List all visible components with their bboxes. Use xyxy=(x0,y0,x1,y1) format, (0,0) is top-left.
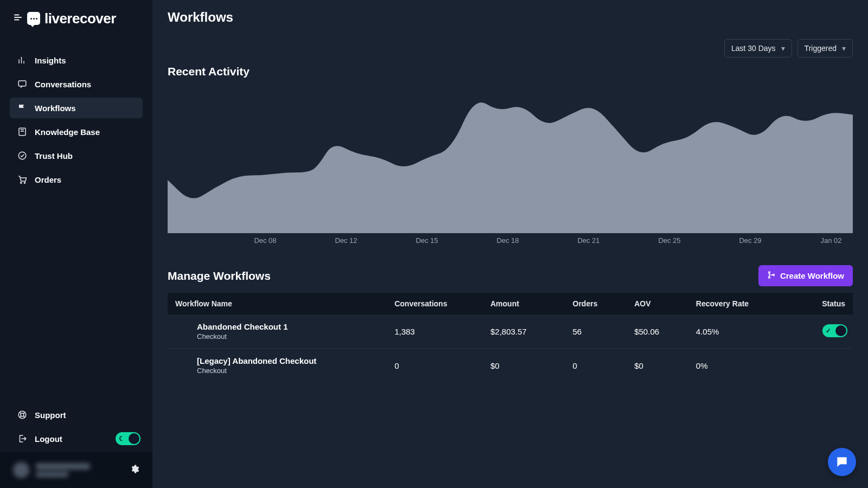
gear-icon[interactable] xyxy=(130,464,139,476)
chart-x-tick: Dec 08 xyxy=(244,236,287,245)
sidebar-item-label: Insights xyxy=(35,56,66,65)
sidebar-item-label: Workflows xyxy=(35,104,76,113)
cell-status xyxy=(791,349,853,383)
hamburger-icon[interactable] xyxy=(13,12,23,24)
svg-point-19 xyxy=(768,272,770,273)
sidebar-item-orders[interactable]: Orders xyxy=(10,169,143,190)
svg-line-15 xyxy=(20,412,21,414)
logout-icon xyxy=(17,434,27,444)
logo-icon xyxy=(27,12,40,25)
table-header-name[interactable]: Workflow Name xyxy=(168,293,387,314)
brand-name: liverecover xyxy=(44,10,116,27)
table-header-aov[interactable]: AOV xyxy=(627,293,688,314)
sidebar-item-label: Conversations xyxy=(35,80,91,89)
sidebar-item-logout[interactable]: Logout xyxy=(10,428,70,449)
workflows-table: Workflow Name Conversations Amount Order… xyxy=(168,293,853,382)
sidebar-item-workflows[interactable]: Workflows xyxy=(10,98,143,118)
check-circle-icon xyxy=(17,151,27,160)
svg-point-12 xyxy=(24,182,25,183)
table-header-status[interactable]: Status xyxy=(791,293,853,314)
svg-point-20 xyxy=(768,277,770,278)
svg-point-21 xyxy=(773,274,774,276)
workflow-title: Abandoned Checkout 1 xyxy=(197,322,379,331)
create-workflow-button[interactable]: Create Workflow xyxy=(758,265,853,286)
table-header-orders[interactable]: Orders xyxy=(565,293,627,314)
workflow-subtitle: Checkout xyxy=(197,332,379,341)
table-row[interactable]: Abandoned Checkout 1Checkout1,383$2,803.… xyxy=(168,314,853,349)
sidebar-item-label: Trust Hub xyxy=(35,151,73,160)
table-header-recovery[interactable]: Recovery Rate xyxy=(688,293,791,314)
cell-conversations: 0 xyxy=(387,349,483,383)
cell-recovery: 0% xyxy=(688,349,791,383)
cell-recovery: 4.05% xyxy=(688,314,791,349)
table-header-conversations[interactable]: Conversations xyxy=(387,293,483,314)
svg-point-10 xyxy=(18,152,26,159)
chart-x-axis: Dec 08Dec 12Dec 15Dec 18Dec 21Dec 25Dec … xyxy=(168,236,853,245)
workflow-subtitle: Checkout xyxy=(197,367,379,375)
sidebar-item-insights[interactable]: Insights xyxy=(10,50,143,70)
recent-activity-title: Recent Activity xyxy=(168,65,853,78)
svg-point-14 xyxy=(21,413,24,416)
svg-line-16 xyxy=(23,416,25,418)
lifebuoy-icon xyxy=(17,410,27,420)
create-workflow-label: Create Workflow xyxy=(780,271,844,280)
main: Workflows Last 30 Days ▾ Triggered ▾ Rec… xyxy=(152,0,868,488)
cell-status: ✓ xyxy=(791,314,853,349)
cell-amount: $0 xyxy=(483,349,565,383)
manage-header: Manage Workflows Create Workflow xyxy=(168,265,853,286)
activity-chart: Dec 08Dec 12Dec 15Dec 18Dec 21Dec 25Dec … xyxy=(168,81,853,252)
cell-conversations: 1,383 xyxy=(387,314,483,349)
chevron-down-icon: ▾ xyxy=(842,44,846,53)
metric-label: Triggered xyxy=(805,44,837,53)
svg-rect-6 xyxy=(18,81,26,86)
sidebar-item-label: Support xyxy=(35,410,66,420)
book-icon xyxy=(17,127,27,137)
metric-dropdown[interactable]: Triggered ▾ xyxy=(797,39,853,57)
cell-orders: 56 xyxy=(565,314,627,349)
chart-x-tick: Dec 29 xyxy=(729,236,772,245)
cell-aov: $50.06 xyxy=(627,314,688,349)
sidebar-item-trust-hub[interactable]: Trust Hub xyxy=(10,145,143,166)
chart-x-tick: Dec 12 xyxy=(324,236,368,245)
user-bar xyxy=(0,452,152,488)
chat-fab[interactable] xyxy=(828,448,856,476)
user-info xyxy=(36,463,90,477)
sidebar-nav: Insights Conversations Workflows Knowled… xyxy=(0,37,152,452)
cell-amount: $2,803.57 xyxy=(483,314,565,349)
sidebar-item-label: Knowledge Base xyxy=(35,127,100,137)
table-header-amount[interactable]: Amount xyxy=(483,293,565,314)
theme-toggle[interactable]: ☾ xyxy=(116,432,141,445)
logo-bar: liverecover xyxy=(0,0,152,37)
chat-icon xyxy=(835,455,849,469)
chat-square-icon xyxy=(17,79,27,89)
workflow-title: [Legacy] Abandoned Checkout xyxy=(197,356,379,365)
sidebar: liverecover Insights Conversations Workf… xyxy=(0,0,152,488)
user-name xyxy=(36,463,90,470)
flag-icon xyxy=(17,103,27,113)
manage-title: Manage Workflows xyxy=(168,269,271,282)
svg-point-11 xyxy=(21,182,22,183)
chart-x-tick: Dec 15 xyxy=(405,236,449,245)
cart-icon xyxy=(17,175,27,184)
chart-x-tick: Dec 18 xyxy=(486,236,529,245)
avatar[interactable] xyxy=(13,462,29,478)
status-toggle[interactable]: ✓ xyxy=(822,324,847,337)
branch-icon xyxy=(767,271,776,281)
sidebar-item-label: Logout xyxy=(35,434,62,444)
cell-orders: 0 xyxy=(565,349,627,383)
sidebar-item-conversations[interactable]: Conversations xyxy=(10,74,143,94)
sidebar-item-label: Orders xyxy=(35,175,61,184)
date-range-dropdown[interactable]: Last 30 Days ▾ xyxy=(724,39,792,57)
cell-aov: $0 xyxy=(627,349,688,383)
chart-x-tick: Jan 02 xyxy=(809,236,853,245)
date-range-label: Last 30 Days xyxy=(731,44,776,53)
page-title: Workflows xyxy=(168,10,853,25)
chart-x-tick: Dec 25 xyxy=(648,236,691,245)
user-subtitle xyxy=(36,472,68,477)
chart-x-tick: Dec 21 xyxy=(567,236,610,245)
sidebar-item-knowledge-base[interactable]: Knowledge Base xyxy=(10,121,143,142)
table-row[interactable]: [Legacy] Abandoned CheckoutCheckout0$00$… xyxy=(168,349,853,383)
sidebar-item-support[interactable]: Support xyxy=(10,404,143,425)
svg-line-17 xyxy=(20,416,21,418)
chevron-down-icon: ▾ xyxy=(781,44,785,53)
